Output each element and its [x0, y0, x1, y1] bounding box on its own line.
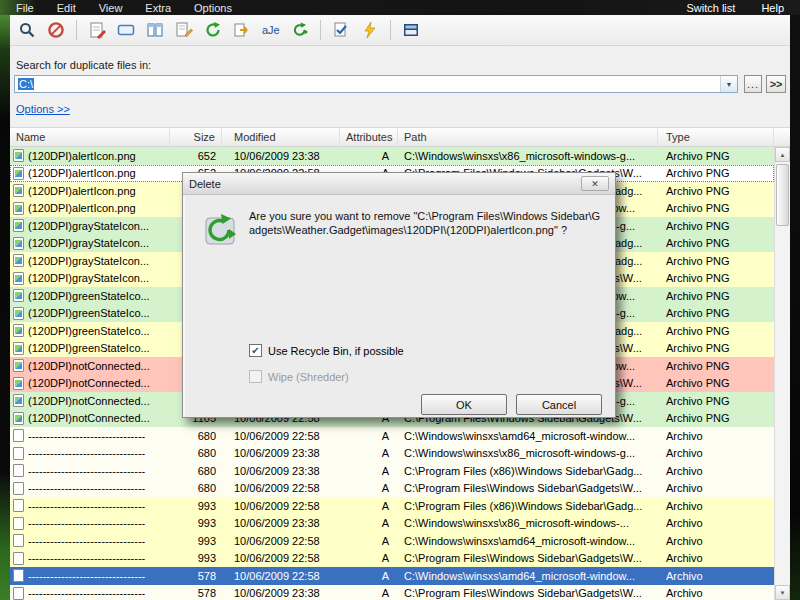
- file-icon: [13, 219, 24, 232]
- toolbar-separator: [320, 20, 321, 40]
- column-header-name[interactable]: Name: [10, 128, 170, 146]
- file-icon: [13, 167, 24, 180]
- vertical-scrollbar[interactable]: ▲ ▼: [774, 147, 790, 600]
- table-row[interactable]: -------------------------------- 993 10/…: [10, 497, 774, 515]
- menu-view[interactable]: View: [99, 2, 123, 14]
- file-icon: [13, 569, 24, 582]
- file-icon: [13, 184, 24, 197]
- file-icon: [13, 517, 24, 530]
- dialog-titlebar[interactable]: Delete ✕: [183, 173, 615, 195]
- file-icon: [13, 377, 24, 390]
- file-icon: [13, 552, 24, 565]
- menu-edit[interactable]: Edit: [57, 2, 76, 14]
- file-icon: [13, 499, 24, 512]
- scroll-up-icon[interactable]: ▲: [775, 147, 790, 162]
- report-icon[interactable]: [329, 18, 353, 42]
- options-link[interactable]: Options >>: [16, 103, 70, 115]
- expand-button[interactable]: >>: [766, 75, 786, 93]
- file-icon: [13, 429, 24, 442]
- menu-switch-list[interactable]: Switch list: [686, 2, 735, 14]
- column-header-attributes[interactable]: Attributes: [340, 128, 398, 146]
- column-header-modified[interactable]: Modified: [222, 128, 340, 146]
- file-icon: [13, 394, 24, 407]
- file-icon: [13, 482, 24, 495]
- dialog-message: Are you sure you want to remove "C:\Prog…: [249, 209, 601, 238]
- table-row[interactable]: -------------------------------- 993 10/…: [10, 515, 774, 533]
- table-row[interactable]: -------------------------------- 680 10/…: [10, 480, 774, 498]
- file-icon: [13, 587, 24, 600]
- screen: File Edit View Extra Options Switch list…: [0, 0, 800, 600]
- menu-help[interactable]: Help: [761, 2, 784, 14]
- svg-text:aJe: aJe: [262, 24, 280, 36]
- file-icon: [13, 237, 24, 250]
- menu-extra[interactable]: Extra: [145, 2, 171, 14]
- cancel-button[interactable]: Cancel: [516, 394, 602, 415]
- column-header-size[interactable]: Size: [170, 128, 222, 146]
- ok-button[interactable]: OK: [421, 394, 507, 415]
- toolbar-separator: [390, 20, 391, 40]
- file-icon: [13, 254, 24, 267]
- recycle-bin-checkbox[interactable]: ✔: [249, 344, 262, 357]
- file-icon: [13, 412, 24, 425]
- column-header-path[interactable]: Path: [398, 128, 658, 146]
- table-row[interactable]: -------------------------------- 993 10/…: [10, 550, 774, 568]
- file-icon: [13, 272, 24, 285]
- run-icon[interactable]: [201, 18, 225, 42]
- stop-icon[interactable]: [44, 18, 68, 42]
- toolbar: aJe: [10, 15, 790, 46]
- list-header: Name Size Modified Attributes Path Type: [10, 128, 790, 147]
- recycle-bin-icon: [201, 211, 239, 249]
- edit-list-icon[interactable]: [172, 18, 196, 42]
- columns-icon[interactable]: [143, 18, 167, 42]
- file-icon: [13, 359, 24, 372]
- column-header-type[interactable]: Type: [658, 128, 774, 146]
- export-icon[interactable]: [230, 18, 254, 42]
- table-row[interactable]: (120DPI)alertIcon.png 652 10/06/2009 23:…: [10, 147, 774, 165]
- rename-icon[interactable]: aJe: [259, 18, 283, 42]
- scroll-down-icon[interactable]: ▼: [775, 585, 790, 600]
- file-icon: [13, 202, 24, 215]
- table-row[interactable]: -------------------------------- 578 10/…: [10, 585, 774, 600]
- desktop-edge-left: [0, 15, 10, 600]
- file-icon: [13, 534, 24, 547]
- search-path-combobox[interactable]: C:\ ▼: [14, 75, 738, 93]
- wipe-checkbox: ✔: [249, 370, 262, 383]
- chevron-down-icon[interactable]: ▼: [720, 76, 737, 92]
- dialog-title: Delete: [189, 178, 221, 190]
- search-icon[interactable]: [15, 18, 39, 42]
- menu-right: Switch list Help: [686, 2, 800, 14]
- file-icon: [13, 447, 24, 460]
- recycle-icon[interactable]: [288, 18, 312, 42]
- file-icon: [13, 464, 24, 477]
- close-icon[interactable]: ✕: [581, 176, 609, 191]
- delete-dialog: Delete ✕ Are you sure you want to remove…: [182, 172, 616, 418]
- scrollbar-thumb[interactable]: [776, 164, 789, 226]
- wipe-label: Wipe (Shredder): [268, 371, 349, 383]
- browse-button[interactable]: ...: [744, 75, 762, 93]
- menu-left: File Edit View Extra Options: [0, 2, 232, 14]
- window-icon[interactable]: [399, 18, 423, 42]
- wipe-option: ✔ Wipe (Shredder): [249, 370, 349, 383]
- menubar: File Edit View Extra Options Switch list…: [0, 0, 800, 15]
- menu-file[interactable]: File: [16, 2, 34, 14]
- table-row[interactable]: -------------------------------- 680 10/…: [10, 445, 774, 463]
- new-search-icon[interactable]: [85, 18, 109, 42]
- lightning-icon[interactable]: [358, 18, 382, 42]
- table-row[interactable]: -------------------------------- 578 10/…: [10, 567, 774, 585]
- file-icon: [13, 342, 24, 355]
- file-icon: [13, 324, 24, 337]
- file-icon: [13, 149, 24, 162]
- desktop-edge-right: [790, 15, 800, 600]
- search-path-value[interactable]: C:\: [15, 78, 720, 90]
- menu-options[interactable]: Options: [194, 2, 232, 14]
- recycle-bin-option: ✔ Use Recycle Bin, if possible: [249, 344, 404, 357]
- profile-icon[interactable]: [114, 18, 138, 42]
- file-icon: [13, 289, 24, 302]
- table-row[interactable]: -------------------------------- 680 10/…: [10, 427, 774, 445]
- file-icon: [13, 307, 24, 320]
- search-path-row: C:\ ▼ ... >>: [14, 75, 786, 93]
- table-row[interactable]: -------------------------------- 680 10/…: [10, 462, 774, 480]
- table-row[interactable]: -------------------------------- 993 10/…: [10, 532, 774, 550]
- recycle-bin-label: Use Recycle Bin, if possible: [268, 345, 404, 357]
- search-label: Search for duplicate files in:: [16, 59, 151, 71]
